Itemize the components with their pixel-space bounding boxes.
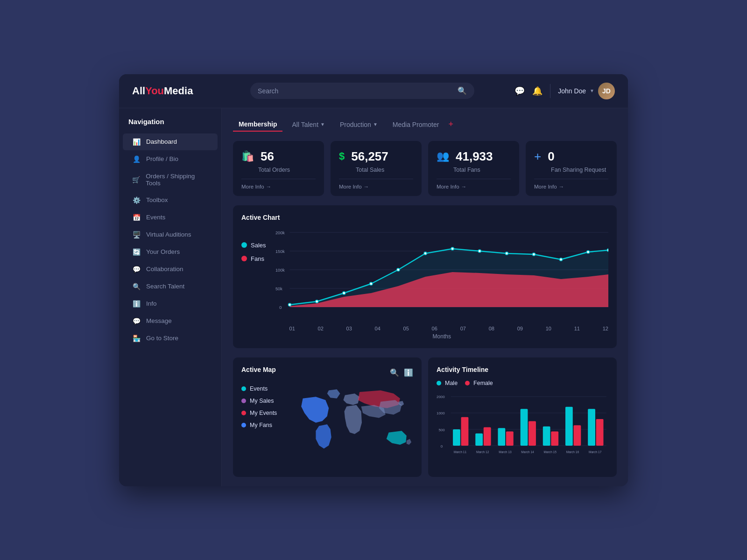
sidebar-item-collaboration[interactable]: 💬 Collaboration [123,261,218,278]
world-map-svg [283,385,413,457]
auditions-icon: 🖥️ [132,231,141,238]
stat-more-fans[interactable]: More Info → [437,179,511,189]
user-info[interactable]: John Doe ▼ JD [558,83,615,99]
svg-rect-39 [543,426,550,445]
chart-legend: Sales Fans [241,228,266,340]
svg-rect-36 [506,431,514,446]
sidebar-item-label: Search Talent [146,283,184,290]
svg-point-22 [607,249,608,252]
header-right: 💬 🔔 John Doe ▼ JD [514,83,615,99]
svg-rect-41 [565,406,573,445]
legend-dot-sales [241,242,247,248]
svg-text:March 13: March 13 [499,450,512,453]
orders-icon: 🛒 [132,176,140,183]
events-icon: 📅 [132,214,141,221]
chevron-icon: ▼ [320,122,325,127]
sidebar-nav-title: Navigation [119,118,221,133]
toolbox-icon: ⚙️ [132,196,141,204]
sharing-stat-icon: + [534,149,541,164]
map-dot-my-sales [241,399,246,403]
logo-you: You [145,85,164,97]
map-legend-my-fans: My Fans [241,422,277,428]
tab-membership[interactable]: Membership [233,118,282,132]
map-info-icon[interactable]: ℹ️ [404,368,413,377]
sidebar-item-label: Dashboard [146,138,177,145]
bar-chart-area: 2000 1000 500 0 [437,392,608,469]
map-dot-my-fans [241,423,246,427]
map-legend: Events My Sales My Events [241,385,277,428]
stat-more-sales[interactable]: More Info → [339,179,413,189]
sidebar-item-virtual-auditions[interactable]: 🖥️ Virtual Auditions [123,226,218,243]
chat-icon[interactable]: 💬 [514,86,525,96]
search-input[interactable] [258,87,453,95]
sidebar-item-label: Virtual Auditions [146,231,191,238]
svg-rect-33 [475,433,483,445]
sidebar-item-label: Info [146,300,157,307]
bar-chart-legend: Male Female [437,380,608,386]
svg-rect-32 [461,417,469,445]
chevron-icon: ▼ [373,122,378,127]
logo-all: All [132,85,145,97]
line-chart-svg: 200k 150k 100k 50k 0 [275,228,608,321]
svg-point-13 [369,282,372,285]
sidebar-item-search-talent[interactable]: 🔍 Search Talent [123,278,218,295]
stat-number-sharing: 0 [548,149,554,164]
legend-female: Female [465,380,493,386]
search-bar[interactable]: 🔍 [250,83,474,99]
sidebar-item-events[interactable]: 📅 Events [123,209,218,226]
chart-title: Active Chart [241,214,608,221]
stat-number-sales: 56,257 [351,149,388,164]
sidebar-item-profile[interactable]: 👤 Profile / Bio [123,151,218,168]
arrow-icon: → [461,184,467,189]
arrow-icon: → [559,184,564,189]
stat-number-orders: 56 [261,149,274,164]
svg-text:March 12: March 12 [476,450,489,453]
legend-dot-fans [241,256,247,261]
svg-text:100k: 100k [275,268,285,273]
active-chart-section: Active Chart Sales Fans [233,205,617,348]
sidebar-item-label: Go to Store [146,335,178,342]
arrow-icon: → [364,184,369,189]
svg-rect-40 [551,431,558,446]
sidebar-item-toolbox[interactable]: ⚙️ Toolbox [123,192,218,209]
svg-text:0: 0 [441,444,443,448]
tab-add-button[interactable]: + [448,119,453,129]
legend-label-fans: Fans [251,255,264,262]
stat-label-sales: Total Sales [339,167,413,173]
sidebar-item-your-orders[interactable]: 🔄 Your Orders [123,244,218,260]
sidebar-item-dashboard[interactable]: 📊 Dashboard [123,133,218,150]
sidebar-item-orders-shipping[interactable]: 🛒 Orders / Shipping Tools [123,168,218,191]
tab-media-promoter[interactable]: Media Promoter [387,118,445,131]
svg-rect-43 [588,409,595,446]
sidebar-item-label: Toolbox [146,196,168,203]
svg-point-11 [315,300,318,303]
svg-text:150k: 150k [275,249,285,254]
sidebar-item-message[interactable]: 💬 Message [123,313,218,329]
svg-point-19 [532,253,535,256]
svg-point-14 [396,268,399,271]
header: All You Media 🔍 💬 🔔 John Doe ▼ JD [119,74,628,108]
map-legend-my-sales: My Sales [241,398,277,404]
map-legend-my-events: My Events [241,410,277,416]
map-content: Events My Sales My Events [241,385,413,459]
sidebar-item-label: Your Orders [146,248,180,255]
notification-icon[interactable]: 🔔 [532,86,543,96]
tab-all-talent[interactable]: All Talent ▼ [286,118,330,131]
content: Membership All Talent ▼ Production ▼ Med… [222,108,628,486]
stat-number-fans: 41,933 [456,149,493,164]
user-name: John Doe [558,87,586,95]
svg-point-10 [288,303,291,306]
stat-more-orders[interactable]: More Info → [241,179,316,189]
sidebar-item-label: Events [146,214,165,221]
svg-point-17 [478,250,481,252]
tab-production[interactable]: Production ▼ [334,118,383,131]
svg-text:March 16: March 16 [566,450,579,453]
map-header: Active Map 🔍 ℹ️ [241,366,413,380]
stats-grid: 🛍️ 56 Total Orders More Info → $ 56,257 [233,141,617,196]
bar-chart-svg: 2000 1000 500 0 [437,392,608,467]
sidebar-item-info[interactable]: ℹ️ Info [123,295,218,312]
stat-more-sharing[interactable]: More Info → [534,179,608,189]
sidebar-item-go-to-store[interactable]: 🏪 Go to Store [123,330,218,347]
map-zoom-icon[interactable]: 🔍 [390,368,399,377]
avatar: JD [598,83,615,99]
